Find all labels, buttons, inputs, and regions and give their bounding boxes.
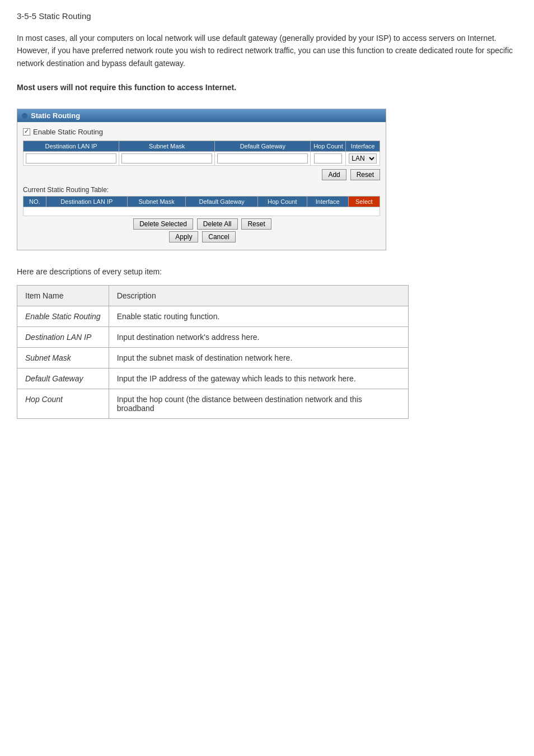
input-cell-gateway: [215, 152, 311, 166]
desc-row-3: Default GatewayInput the IP address of t…: [17, 368, 409, 389]
delete-buttons-row: Delete Selected Delete All Reset: [23, 218, 380, 230]
col-header-gateway: Default Gateway: [215, 141, 311, 152]
current-table-label: Current Static Routing Table:: [23, 186, 380, 194]
col-header-destination: Destination LAN IP: [24, 141, 119, 152]
routing-panel: Static Routing Enable Static Routing Des…: [17, 109, 386, 250]
delete-selected-button[interactable]: Delete Selected: [133, 218, 193, 230]
rt-col-interface: Interface: [307, 197, 348, 207]
page-title: 3-5-5 Static Routing: [17, 11, 517, 21]
bottom-buttons: Delete Selected Delete All Reset Apply C…: [23, 218, 380, 242]
cancel-button[interactable]: Cancel: [202, 231, 235, 242]
input-cell-subnet: [119, 152, 215, 166]
rt-col-destination: Destination LAN IP: [46, 197, 127, 207]
add-entry-table: Destination LAN IP Subnet Mask Default G…: [23, 141, 380, 166]
delete-all-button[interactable]: Delete All: [197, 218, 238, 230]
rt-col-gateway: Default Gateway: [186, 197, 258, 207]
radio-icon: [22, 113, 27, 119]
desc-row-0: Enable Static RoutingEnable static routi…: [17, 306, 409, 327]
rt-col-select: Select: [348, 197, 380, 207]
desc-item-desc: Input the subnet mask of destination net…: [109, 348, 408, 368]
desc-col-item: Item Name: [17, 286, 109, 306]
enable-row: Enable Static Routing: [23, 128, 380, 136]
rt-col-hopcount: Hop Count: [257, 197, 307, 207]
desc-col-description: Description: [109, 286, 408, 306]
input-cell-interface: LAN WAN: [346, 152, 380, 166]
desc-item-name: Default Gateway: [17, 368, 109, 389]
table-row-empty: [24, 207, 380, 216]
desc-item-desc: Input the IP address of the gateway whic…: [109, 368, 408, 389]
enable-checkbox[interactable]: [23, 128, 30, 136]
rt-col-subnet: Subnet Mask: [127, 197, 185, 207]
desc-row-1: Destination LAN IPInput destination netw…: [17, 327, 409, 348]
warning-text: Most users will not require this functio…: [17, 83, 517, 92]
desc-item-desc: Input destination network's address here…: [109, 327, 408, 348]
desc-item-name: Subnet Mask: [17, 348, 109, 368]
reset-button-top[interactable]: Reset: [350, 169, 380, 180]
input-cell-destination: [24, 152, 119, 166]
intro-text: In most cases, all your computers on loc…: [17, 32, 517, 69]
panel-header: Static Routing: [17, 109, 386, 122]
desc-item-name: Enable Static Routing: [17, 306, 109, 327]
desc-item-desc: Enable static routing function.: [109, 306, 408, 327]
col-header-hopcount: Hop Count: [311, 141, 346, 152]
col-header-subnet: Subnet Mask: [119, 141, 215, 152]
apply-buttons-row: Apply Cancel: [23, 231, 380, 242]
destination-ip-input[interactable]: [26, 153, 116, 164]
desc-item-name: Hop Count: [17, 389, 109, 419]
enable-label: Enable Static Routing: [33, 128, 103, 136]
desc-row-4: Hop CountInput the hop count (the distan…: [17, 389, 409, 419]
gateway-input[interactable]: [217, 153, 308, 164]
input-cell-hopcount: [311, 152, 346, 166]
desc-item-name: Destination LAN IP: [17, 327, 109, 348]
description-table: Item Name Description Enable Static Rout…: [17, 285, 409, 419]
desc-intro: Here are descriptions of every setup ite…: [17, 267, 517, 276]
rt-col-no: NO.: [24, 197, 46, 207]
col-header-interface: Interface: [346, 141, 380, 152]
subnet-mask-input[interactable]: [121, 153, 212, 164]
add-reset-row: Add Reset: [23, 169, 380, 180]
reset-button-bottom[interactable]: Reset: [241, 218, 271, 230]
interface-select[interactable]: LAN WAN: [349, 153, 377, 164]
hop-count-input[interactable]: [314, 153, 342, 164]
add-button[interactable]: Add: [322, 169, 346, 180]
desc-item-desc: Input the hop count (the distance betwee…: [109, 389, 408, 419]
routing-table: NO. Destination LAN IP Subnet Mask Defau…: [23, 196, 380, 216]
description-section: Here are descriptions of every setup ite…: [17, 267, 517, 419]
panel-header-title: Static Routing: [31, 111, 80, 120]
panel-body: Enable Static Routing Destination LAN IP…: [17, 122, 386, 250]
desc-row-2: Subnet MaskInput the subnet mask of dest…: [17, 348, 409, 368]
apply-button[interactable]: Apply: [169, 231, 198, 242]
